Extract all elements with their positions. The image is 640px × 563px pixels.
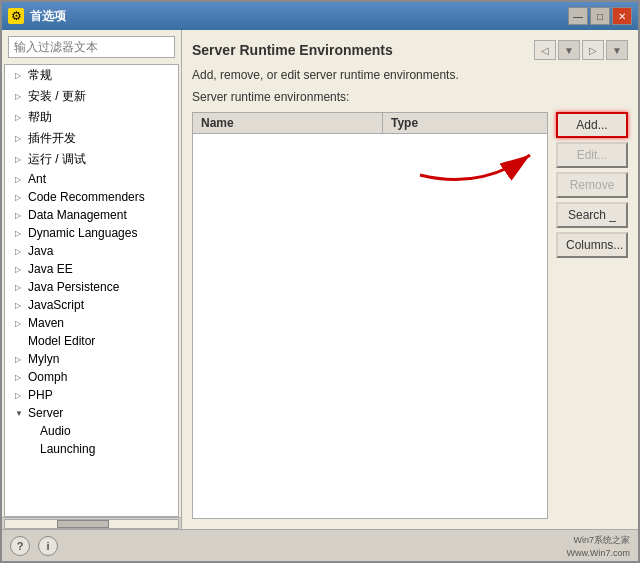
info-icon[interactable]: i — [38, 536, 58, 556]
nav-back-button[interactable]: ◁ — [534, 40, 556, 60]
tree-label-plugin: 插件开发 — [28, 130, 76, 147]
tree-label-java-ee: Java EE — [28, 262, 73, 276]
watermark: Win7系统之家 Www.Win7.com — [566, 534, 630, 558]
tree-arrow-help: ▷ — [15, 113, 25, 122]
columns-button[interactable]: Columns... — [556, 232, 628, 258]
panel-sublabel: Server runtime environments: — [192, 90, 628, 104]
tree-item-java-ee[interactable]: ▷Java EE — [5, 260, 178, 278]
tree-item-server[interactable]: ▼Server — [5, 404, 178, 422]
tree-arrow-maven: ▷ — [15, 319, 25, 328]
col-name-header: Name — [193, 113, 383, 133]
tree-arrow-java: ▷ — [15, 247, 25, 256]
tree-label-general: 常规 — [28, 67, 52, 84]
tree-item-model-editor[interactable]: Model Editor — [5, 332, 178, 350]
tree-arrow-ant: ▷ — [15, 175, 25, 184]
tree-arrow-java-ee: ▷ — [15, 265, 25, 274]
title-bar-left: ⚙ 首选项 — [8, 8, 66, 25]
tree-label-java-persistence: Java Persistence — [28, 280, 119, 294]
tree-item-install[interactable]: ▷安装 / 更新 — [5, 86, 178, 107]
window-icon: ⚙ — [8, 8, 24, 24]
edit-button[interactable]: Edit... — [556, 142, 628, 168]
watermark-line1: Win7系统之家 — [573, 534, 630, 547]
title-buttons: — □ ✕ — [568, 7, 632, 25]
tree-item-plugin[interactable]: ▷插件开发 — [5, 128, 178, 149]
tree-arrow-install: ▷ — [15, 92, 25, 101]
tree-label-javascript: JavaScript — [28, 298, 84, 312]
tree-arrow-code-recommenders: ▷ — [15, 193, 25, 202]
tree-label-code-recommenders: Code Recommenders — [28, 190, 145, 204]
tree-label-help: 帮助 — [28, 109, 52, 126]
tree-item-code-recommenders[interactable]: ▷Code Recommenders — [5, 188, 178, 206]
search-button[interactable]: Search _ — [556, 202, 628, 228]
right-panel: Server Runtime Environments ◁ ▼ ▷ ▼ Add,… — [182, 30, 638, 529]
tree-item-oomph[interactable]: ▷Oomph — [5, 368, 178, 386]
scroll-thumb — [57, 520, 109, 528]
title-bar: ⚙ 首选项 — □ ✕ — [2, 2, 638, 30]
table-header: Name Type — [193, 113, 547, 134]
tree-arrow-server: ▼ — [15, 409, 25, 418]
tree-label-data-management: Data Management — [28, 208, 127, 222]
content-area: ▷常规▷安装 / 更新▷帮助▷插件开发▷运行 / 调试▷Ant▷Code Rec… — [2, 30, 638, 529]
table-body — [193, 134, 547, 518]
tree-label-dynamic-languages: Dynamic Languages — [28, 226, 137, 240]
tree-item-run[interactable]: ▷运行 / 调试 — [5, 149, 178, 170]
tree-arrow-mylyn: ▷ — [15, 355, 25, 364]
left-panel: ▷常规▷安装 / 更新▷帮助▷插件开发▷运行 / 调试▷Ant▷Code Rec… — [2, 30, 182, 529]
tree-label-install: 安装 / 更新 — [28, 88, 86, 105]
tree-arrow-dynamic-languages: ▷ — [15, 229, 25, 238]
remove-button[interactable]: Remove — [556, 172, 628, 198]
help-icon[interactable]: ? — [10, 536, 30, 556]
tree-item-javascript[interactable]: ▷JavaScript — [5, 296, 178, 314]
window-title: 首选项 — [30, 8, 66, 25]
tree-arrow-oomph: ▷ — [15, 373, 25, 382]
scroll-track — [4, 519, 179, 529]
tree-item-mylyn[interactable]: ▷Mylyn — [5, 350, 178, 368]
tree-label-model-editor: Model Editor — [28, 334, 95, 348]
tree-arrow-plugin: ▷ — [15, 134, 25, 143]
tree-label-audio: Audio — [40, 424, 71, 438]
tree-label-java: Java — [28, 244, 53, 258]
nav-back-dropdown[interactable]: ▼ — [558, 40, 580, 60]
tree-item-php[interactable]: ▷PHP — [5, 386, 178, 404]
tree-label-mylyn: Mylyn — [28, 352, 59, 366]
close-button[interactable]: ✕ — [612, 7, 632, 25]
watermark-line2: Www.Win7.com — [566, 548, 630, 558]
filter-input[interactable] — [8, 36, 175, 58]
table-area: Name Type Add... Edit... Remove Search _… — [192, 112, 628, 519]
minimize-button[interactable]: — — [568, 7, 588, 25]
maximize-button[interactable]: □ — [590, 7, 610, 25]
tree-item-ant[interactable]: ▷Ant — [5, 170, 178, 188]
panel-header: Server Runtime Environments ◁ ▼ ▷ ▼ — [192, 40, 628, 60]
nav-forward-button[interactable]: ▷ — [582, 40, 604, 60]
tree-item-java-persistence[interactable]: ▷Java Persistence — [5, 278, 178, 296]
tree-label-run: 运行 / 调试 — [28, 151, 86, 168]
tree-item-help[interactable]: ▷帮助 — [5, 107, 178, 128]
col-type-header: Type — [383, 113, 547, 133]
preferences-window: ⚙ 首选项 — □ ✕ ▷常规▷安装 / 更新▷帮助▷插件开发▷运行 / 调试▷… — [0, 0, 640, 563]
side-buttons: Add... Edit... Remove Search _ Columns..… — [556, 112, 628, 519]
tree-item-launching[interactable]: Launching — [5, 440, 178, 458]
panel-title: Server Runtime Environments — [192, 42, 393, 58]
horizontal-scrollbar[interactable] — [2, 517, 181, 529]
tree-item-dynamic-languages[interactable]: ▷Dynamic Languages — [5, 224, 178, 242]
data-table: Name Type — [192, 112, 548, 519]
tree-label-server: Server — [28, 406, 63, 420]
tree-item-audio[interactable]: Audio — [5, 422, 178, 440]
tree-arrow-php: ▷ — [15, 391, 25, 400]
add-button[interactable]: Add... — [556, 112, 628, 138]
tree-arrow-java-persistence: ▷ — [15, 283, 25, 292]
tree-item-general[interactable]: ▷常规 — [5, 65, 178, 86]
tree-label-ant: Ant — [28, 172, 46, 186]
panel-description: Add, remove, or edit server runtime envi… — [192, 68, 628, 82]
nav-buttons: ◁ ▼ ▷ ▼ — [534, 40, 628, 60]
tree-item-data-management[interactable]: ▷Data Management — [5, 206, 178, 224]
tree-container[interactable]: ▷常规▷安装 / 更新▷帮助▷插件开发▷运行 / 调试▷Ant▷Code Rec… — [4, 64, 179, 517]
tree-item-java[interactable]: ▷Java — [5, 242, 178, 260]
tree-label-oomph: Oomph — [28, 370, 67, 384]
tree-arrow-javascript: ▷ — [15, 301, 25, 310]
tree-label-php: PHP — [28, 388, 53, 402]
tree-arrow-run: ▷ — [15, 155, 25, 164]
tree-item-maven[interactable]: ▷Maven — [5, 314, 178, 332]
tree-label-launching: Launching — [40, 442, 95, 456]
nav-forward-dropdown[interactable]: ▼ — [606, 40, 628, 60]
